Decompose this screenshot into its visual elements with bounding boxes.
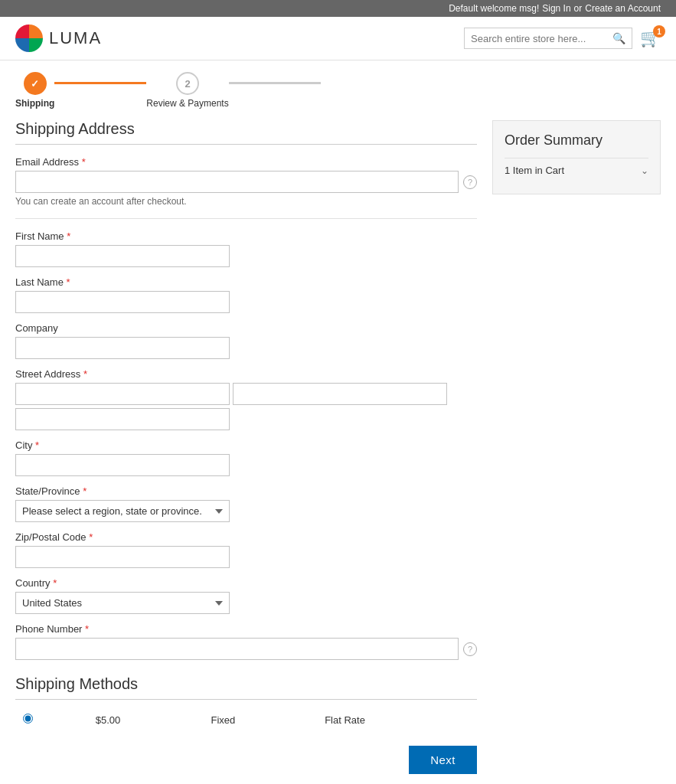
state-label: State/Province * [15,485,477,497]
top-bar: Default welcome msg! Sign In or Create a… [0,0,676,17]
zip-required: * [89,531,93,543]
create-account-link[interactable]: Create an Account [585,3,661,14]
phone-group: Phone Number * ? [15,623,477,660]
right-col: Order Summary 1 Item in Cart ⌄ [492,120,661,774]
step1-label: Shipping [15,98,54,109]
chevron-down-icon: ⌄ [641,165,648,176]
step-shipping: ✓ Shipping [15,72,54,109]
phone-field[interactable] [15,638,459,660]
shipping-method-type: Fixed [204,709,318,730]
progress-steps: ✓ Shipping 2 Review & Payments [15,72,661,109]
order-summary-items-row[interactable]: 1 Item in Cart ⌄ [505,158,648,182]
email-hint: You can create an account after checkout… [15,196,477,207]
step1-circle: ✓ [24,72,47,95]
country-select[interactable]: United States [15,592,230,614]
city-label: City * [15,439,477,451]
last-name-group: Last Name * [15,276,477,313]
shipping-method-radio[interactable] [23,714,33,724]
shipping-methods-title: Shipping Methods [15,675,477,700]
email-input-row: ? [15,171,477,193]
header: LUMA 🔍 🛒 1 [0,17,676,60]
email-help-icon[interactable]: ? [463,175,477,189]
shipping-method-carrier: Flat Rate [317,709,477,730]
last-name-required: * [67,276,70,288]
zip-field[interactable] [15,546,230,568]
welcome-message: Default welcome msg! [449,3,539,14]
city-required: * [35,439,39,451]
step2-label: Review & Payments [146,98,228,109]
shipping-address-title: Shipping Address [15,120,477,145]
step-payment: 2 Review & Payments [146,72,228,109]
email-label: Email Address * [15,156,477,168]
cart-badge: 1 [653,25,665,38]
first-name-required: * [67,230,70,242]
phone-label: Phone Number * [15,623,477,635]
form-divider-1 [15,218,477,219]
order-summary-items-label: 1 Item in Cart [505,165,564,176]
city-field[interactable] [15,454,230,476]
company-group: Company [15,322,477,359]
search-bar: 🔍 [464,28,632,49]
step2-circle: 2 [176,72,199,95]
shipping-methods-table: $5.00 Fixed Flat Rate [15,709,477,730]
header-right: 🔍 🛒 1 [464,28,661,49]
left-col: Shipping Address Email Address * ? You c… [15,120,477,774]
state-select[interactable]: Please select a region, state or provinc… [15,500,230,522]
progress-section: ✓ Shipping 2 Review & Payments [0,60,676,113]
order-summary-box: Order Summary 1 Item in Cart ⌄ [492,120,661,194]
country-group: Country * United States [15,577,477,614]
street-group: Street Address * [15,368,477,430]
email-group: Email Address * ? You can create an acco… [15,156,477,207]
first-name-group: First Name * [15,230,477,267]
phone-input-row: ? [15,638,477,660]
or-text: or [574,3,583,14]
shipping-method-radio-cell [15,709,88,730]
street-field-2[interactable] [233,383,447,405]
company-field[interactable] [15,337,230,359]
street-field-1[interactable] [15,383,230,405]
zip-label: Zip/Postal Code * [15,531,477,543]
cart-icon[interactable]: 🛒 1 [640,28,661,48]
email-field[interactable] [15,171,459,193]
state-group: State/Province * Please select a region,… [15,485,477,522]
phone-required: * [85,623,89,635]
phone-help-icon[interactable]: ? [463,642,477,656]
order-summary-title: Order Summary [505,132,648,149]
shipping-method-price: $5.00 [88,709,204,730]
street-required: * [83,368,87,380]
street-field-3[interactable] [15,408,230,430]
logo-icon [15,24,43,52]
checkmark-icon: ✓ [31,78,39,90]
street-label: Street Address * [15,368,477,380]
first-name-field[interactable] [15,245,230,267]
search-icon[interactable]: 🔍 [612,32,625,44]
progress-line-2 [229,82,321,84]
shipping-method-row: $5.00 Fixed Flat Rate [15,709,477,730]
email-required: * [82,156,86,168]
first-name-label: First Name * [15,230,477,242]
main-content: Shipping Address Email Address * ? You c… [0,113,676,784]
last-name-label: Last Name * [15,276,477,288]
city-group: City * [15,439,477,476]
search-input[interactable] [471,33,609,44]
logo[interactable]: LUMA [15,24,102,52]
last-name-field[interactable] [15,291,230,313]
zip-group: Zip/Postal Code * [15,531,477,568]
country-required: * [53,577,57,589]
progress-line-1 [54,82,146,84]
next-btn-row: Next [15,746,477,774]
signin-link[interactable]: Sign In [542,3,570,14]
country-label: Country * [15,577,477,589]
company-label: Company [15,322,477,334]
next-button[interactable]: Next [409,746,477,774]
state-required: * [83,485,87,497]
logo-text: LUMA [49,28,102,48]
